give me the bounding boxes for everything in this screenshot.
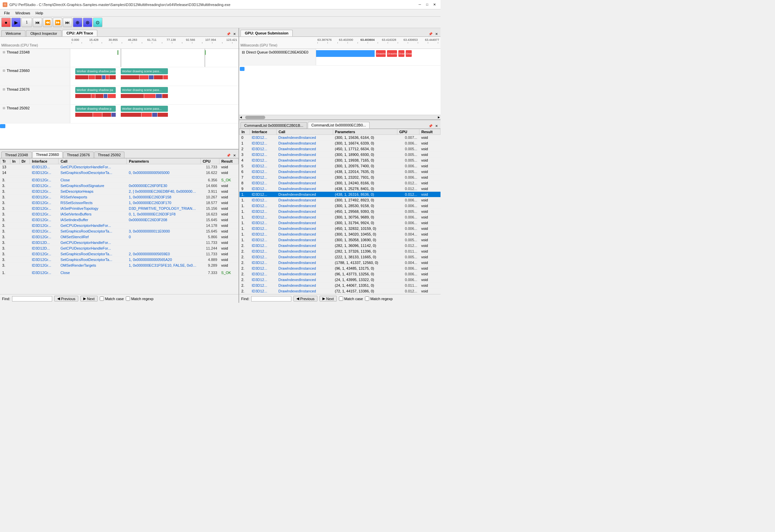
gpu-table-area[interactable]: In Interface Call Parameters GPU Result … [239, 129, 441, 294]
expand-icon-23676[interactable]: ⊟ [3, 88, 5, 91]
table-row[interactable]: 3. ID3D12Gr... SetGraphicsRootSignature … [0, 183, 238, 189]
thread-tab-23676[interactable]: Thread 23676 [63, 152, 94, 158]
match-case-label[interactable]: Match case [100, 296, 124, 301]
gpu-find-input[interactable] [251, 296, 291, 301]
play-button[interactable]: ▶ [11, 18, 21, 27]
capture-button[interactable]: ⊕ [73, 18, 82, 27]
expand-icon-25092[interactable]: ⊟ [3, 106, 5, 110]
table-row[interactable]: 2. ID3D12... DrawIndexedInstanced (96, 1… [239, 266, 441, 271]
expand-icon-gpu[interactable]: ⊟ [242, 50, 245, 55]
thread-timeline-23348[interactable] [70, 49, 238, 67]
table-row[interactable]: 1. ID3D12... DrawIndexedInstanced (300, … [239, 232, 441, 237]
cmd-tab-1[interactable]: CommandList 0x000000EC2B0... [308, 122, 370, 128]
thread-tab-23348[interactable]: Thread 23348 [1, 152, 32, 158]
table-row[interactable]: 13 ID3D12D... GetCPUDescriptorHandleFor.… [0, 164, 238, 170]
table-row[interactable]: 1. ID3D12... DrawIndexedInstanced (450, … [239, 209, 441, 214]
table-row[interactable]: 8 ID3D12... DrawIndexedInstanced (300, 1… [239, 180, 441, 186]
gpu-timeline-area[interactable]: ⊟ Direct Queue 0x000000EC26EA5DE0 DrawIn… [239, 49, 441, 115]
table-row[interactable]: 3. ID3D12Gr... RSSetViewports 1, 0x00000… [0, 194, 238, 200]
gpu-next-btn[interactable]: ▶ Next [319, 296, 337, 301]
cmd-tab-0[interactable]: CommandList 0x000000EC2B01B... [240, 122, 307, 128]
table-row[interactable]: 1. ID3D12Gr... Close 7.333 S_OK [0, 270, 238, 276]
next-button[interactable]: ⏩ [53, 18, 62, 27]
table-row[interactable]: 3. ID3D12Gr... IASetVertexBuffers 0, 1, … [0, 211, 238, 217]
table-row[interactable]: 1. ID3D12... DrawIndexedInstanced (300, … [239, 237, 441, 243]
table-row[interactable]: 3. ID3D12Gr... SetGraphicsRootDescriptor… [0, 257, 238, 263]
table-row[interactable]: 2 ID3D12... DrawIndexedInstanced (450, 1… [239, 146, 441, 152]
table-row[interactable]: 2. ID3D12... DrawIndexedInstanced (282, … [239, 249, 441, 254]
analyze-button[interactable]: ⊛ [83, 18, 92, 27]
gpu-timeline-cells[interactable]: DrawIndexed DrawIndexedi Drawi Drawi [316, 49, 441, 65]
table-row[interactable]: 0 ID3D12... DrawIndexedInstanced (300, 1… [239, 135, 441, 141]
thread-tab-25092[interactable]: Thread 25092 [94, 152, 125, 158]
tab-gpu-queue[interactable]: GPU: Queue Submission [240, 30, 293, 36]
menu-help[interactable]: Help [33, 10, 46, 16]
table-row[interactable]: 3. ID3D12Gr... SetGraphicsRootDescriptor… [0, 229, 238, 234]
thread-timeline-23660[interactable]: Worker drawing shadow pass Worker drawin… [70, 67, 238, 86]
gpu-match-regexp-checkbox[interactable] [365, 296, 369, 301]
table-row[interactable]: 3. ID3D12Gr... IASetPrimitiveTopology D3… [0, 206, 238, 211]
table-row[interactable]: 3. ID3D12Gr... OMSetStencilRef 0 5.866 v… [0, 234, 238, 240]
tab-welcome[interactable]: Welcome [1, 30, 25, 36]
table-row[interactable]: 1 ID3D12... DrawIndexedInstanced (300, 1… [239, 141, 441, 146]
gpu-close[interactable]: ✕ [434, 31, 439, 36]
table-row[interactable]: 3. ID3D12Gr... GetCPUDescriptorHandleFor… [0, 223, 238, 229]
table-row[interactable]: 1. ID3D12... DrawIndexedInstanced (300, … [239, 220, 441, 226]
maximize-button[interactable]: □ [424, 2, 430, 7]
table-row[interactable]: 5 ID3D12... DrawIndexedInstanced (300, 1… [239, 163, 441, 169]
table-row[interactable]: 2. ID3D12... DrawIndexedInstanced (282, … [239, 243, 441, 249]
table-row[interactable]: 1. ID3D12... DrawIndexedInstanced (438, … [239, 192, 441, 197]
table-row[interactable]: 4 ID3D12... DrawIndexedInstanced (300, 1… [239, 158, 441, 163]
table-row[interactable]: 3. ID3D12Gr... Close 6.356 S_OK [0, 177, 238, 183]
gpu-prev-btn[interactable]: ◀ Previous [293, 296, 317, 301]
cmd-close[interactable]: ✕ [434, 123, 439, 128]
menu-windows[interactable]: Windows [13, 10, 33, 16]
table-row[interactable]: 1. ID3D12... DrawIndexedInstanced (450, … [239, 226, 441, 232]
table-row[interactable]: 2. ID3D12... DrawIndexedInstanced (222, … [239, 254, 441, 260]
table-row[interactable]: 3 ID3D12... DrawIndexedInstanced (300, 1… [239, 152, 441, 158]
frame-num[interactable]: 1 [21, 18, 32, 27]
match-regexp-checkbox[interactable] [126, 296, 130, 301]
tab-object-inspector[interactable]: Object Inspector [26, 30, 62, 36]
thread-panel-close[interactable]: ✕ [232, 153, 237, 158]
cmd-pin[interactable]: 📌 [428, 123, 433, 128]
match-case-checkbox[interactable] [100, 296, 104, 301]
scroll-right-icon[interactable]: ▶ [438, 116, 440, 119]
find-input[interactable] [12, 296, 52, 301]
prev-prev-button[interactable]: ⏮ [33, 18, 42, 27]
cpu-panel-pin[interactable]: 📌 [226, 31, 231, 36]
table-row[interactable]: 1. ID3D12... DrawIndexedInstanced (300, … [239, 197, 441, 203]
table-row[interactable]: 1. ID3D12... DrawIndexedInstanced (300, … [239, 203, 441, 209]
table-row[interactable]: 1. ID3D12... DrawIndexedInstanced (300, … [239, 214, 441, 220]
thread-timeline-25092[interactable]: Worker drawing shadow p Worker drawing s… [70, 105, 238, 123]
expand-icon-23660[interactable]: ⊟ [3, 69, 5, 72]
gpu-match-regexp-label[interactable]: Match regexp [365, 296, 393, 301]
thread-timeline-23676[interactable]: Worker drawing shadow pa Worker drawing … [70, 86, 238, 104]
table-row[interactable]: 9 ID3D12... DrawIndexedInstanced (438, 1… [239, 186, 441, 192]
gpu-pin[interactable]: 📌 [428, 31, 433, 36]
expand-icon-23348[interactable]: ⊟ [3, 51, 5, 54]
table-row[interactable]: 2. ID3D12... DrawIndexedInstanced (24, 1… [239, 283, 441, 288]
table-row[interactable]: 3. ID3D12D... GetCPUDescriptorHandleFor.… [0, 246, 238, 251]
table-row[interactable]: 3. ID3D12Gr... IASetIndexBuffer 0x000000… [0, 217, 238, 223]
thread-tab-23660[interactable]: Thread 23660 [32, 151, 63, 158]
next-btn[interactable]: ▶ Next [80, 296, 98, 301]
menu-file[interactable]: File [1, 10, 13, 16]
scroll-thumb[interactable] [245, 116, 265, 119]
table-row[interactable]: 2. ID3D12... DrawIndexedInstanced (72, 1… [239, 288, 441, 294]
table-row[interactable]: 14 ID3D12Gr... SetGraphicsRootDescriptor… [0, 170, 238, 176]
table-row[interactable]: 6 ID3D12... DrawIndexedInstanced (438, 1… [239, 169, 441, 175]
settings-button[interactable]: ⊙ [93, 18, 102, 27]
record-button[interactable]: ● [1, 18, 11, 27]
cpu-panel-close[interactable]: ✕ [232, 31, 237, 36]
table-row[interactable]: 2. ID3D12... DrawIndexedInstanced (24, 1… [239, 277, 441, 283]
minimize-button[interactable]: ─ [416, 2, 423, 7]
table-row[interactable]: 3. ID3D12Gr... RSSetScissorRects 1, 0x00… [0, 200, 238, 206]
table-row[interactable]: 2. ID3D12... DrawIndexedInstanced (96, 1… [239, 271, 441, 277]
gpu-match-case-checkbox[interactable] [339, 296, 343, 301]
gpu-scrollbar[interactable]: ◀ ▶ [239, 115, 441, 119]
close-button[interactable]: ✕ [431, 2, 438, 7]
gpu-match-case-label[interactable]: Match case [339, 296, 363, 301]
table-row[interactable]: 3. ID3D12Gr... SetDescriptorHeaps 2, [ 0… [0, 189, 238, 194]
prev-btn[interactable]: ◀ Previous [54, 296, 78, 301]
